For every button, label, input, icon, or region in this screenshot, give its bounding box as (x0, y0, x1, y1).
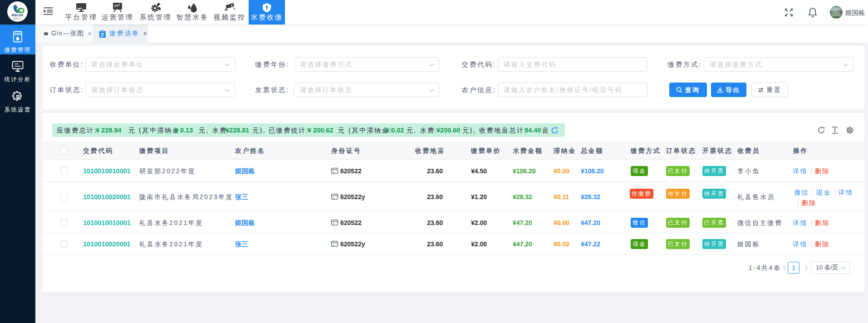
svg-text:瑞恩电气: 瑞恩电气 (13, 17, 22, 20)
svg-text:RIEON: RIEON (11, 13, 23, 17)
